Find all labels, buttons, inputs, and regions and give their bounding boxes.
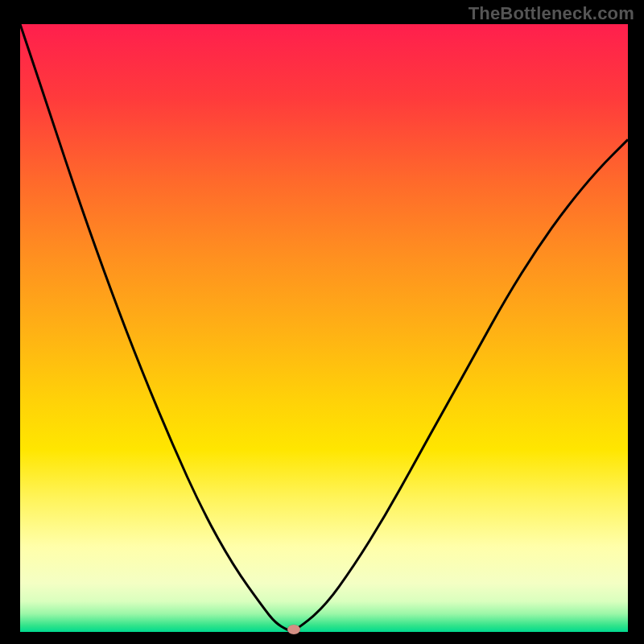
chart-frame: TheBottleneck.com	[0, 0, 644, 644]
bottleneck-curve-path	[20, 24, 628, 631]
plot-area	[20, 24, 628, 632]
trough-marker	[287, 625, 300, 634]
attribution-text: TheBottleneck.com	[469, 3, 634, 24]
bottleneck-curve-svg	[20, 24, 628, 632]
